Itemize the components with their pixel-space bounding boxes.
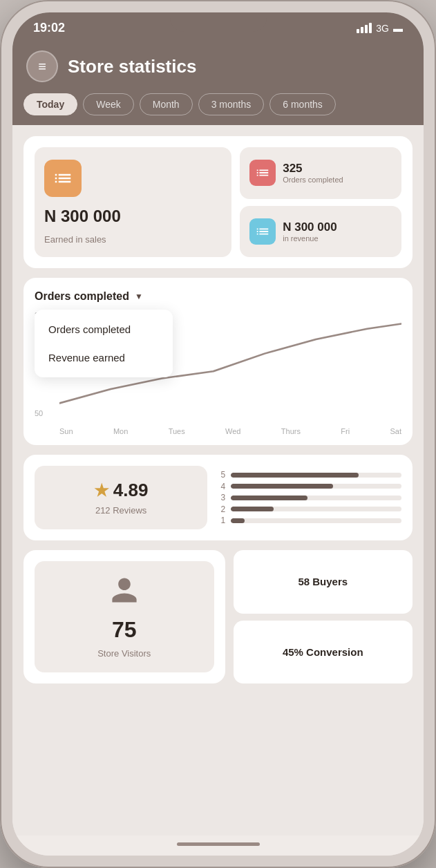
chart-title: Orders completed — [35, 290, 129, 303]
star-icon: ★ — [94, 481, 109, 500]
revenue-label: in revenue — [283, 234, 337, 243]
bar-fill-2 — [231, 507, 274, 511]
visitor-label: Store Visitors — [97, 648, 151, 659]
x-label-fri: Fri — [341, 427, 350, 435]
bar-row-5: 5 — [217, 470, 401, 480]
x-label-mon: Mon — [113, 427, 128, 435]
chart-x-labels: Sun Mon Tues Wed Thurs Fri Sat — [59, 427, 401, 435]
bar-row-3: 3 — [217, 493, 401, 502]
metrics-col: 58 Buyers 45% Conversion — [234, 550, 413, 683]
bar-label-3: 3 — [217, 493, 225, 502]
phone-frame: 19:02 3G ▬ ≡ Store statistics Today — [0, 0, 436, 868]
status-icons: 3G ▬ — [357, 23, 403, 34]
bar-label-1: 1 — [217, 516, 225, 525]
sales-icon-box — [44, 160, 82, 197]
network-label: 3G — [376, 23, 389, 34]
orders-icon — [255, 165, 270, 180]
x-label-wed: Wed — [225, 427, 240, 435]
earned-sales-stat: N 300 000 Earned in sales — [35, 147, 231, 257]
tab-bar: Today Week Month 3 months 6 months — [12, 93, 424, 125]
dropdown-item-revenue[interactable]: Revenue earned — [35, 343, 173, 372]
header: ≡ Store statistics — [12, 41, 424, 93]
signal-bars-icon — [357, 23, 372, 33]
star-rating: ★ 4.89 — [94, 480, 149, 501]
reviews-summary: ★ 4.89 212 Reviews — [35, 466, 207, 529]
orders-number: 325 — [283, 162, 343, 176]
battery-icon: ▬ — [393, 23, 403, 34]
scroll-area: N 300 000 Earned in sales 325 Orders — [12, 125, 424, 836]
orders-stat: 325 Orders completed — [240, 147, 401, 199]
tab-6months[interactable]: 6 months — [269, 93, 336, 115]
page-title: Store statistics — [68, 56, 196, 77]
reviews-bars: 5 4 3 — [217, 466, 401, 529]
chart-card: Orders completed ▼ Orders completed Reve… — [23, 278, 413, 445]
bar-track-2 — [231, 507, 401, 511]
reviews-card: ★ 4.89 212 Reviews 5 4 — [23, 455, 413, 540]
bar-fill-4 — [231, 484, 333, 489]
bar-track-3 — [231, 496, 401, 500]
bar-fill-5 — [231, 473, 359, 478]
earned-number: N 300 000 — [44, 207, 222, 226]
list-icon — [53, 168, 73, 189]
orders-label: Orders completed — [283, 176, 343, 184]
bar-track-1 — [231, 518, 401, 523]
x-label-thurs: Thurs — [281, 427, 301, 435]
x-label-sat: Sat — [390, 427, 401, 435]
earned-label: Earned in sales — [44, 234, 222, 245]
notch — [170, 12, 267, 32]
bar-label-4: 4 — [217, 482, 225, 491]
reviews-count: 212 Reviews — [95, 505, 146, 516]
x-label-tues: Tues — [169, 427, 185, 435]
revenue-icon — [255, 224, 270, 239]
bar-fill-3 — [231, 496, 307, 500]
menu-icon[interactable]: ≡ — [26, 50, 58, 82]
x-label-sun: Sun — [59, 427, 73, 435]
revenue-icon-box — [249, 218, 276, 245]
y-label-50: 50 — [35, 409, 47, 417]
bar-label-2: 2 — [217, 504, 225, 514]
visitors-inner: 75 Store Visitors — [35, 561, 214, 672]
small-stats-col: 325 Orders completed N 300 000 in rev — [240, 147, 401, 257]
status-time: 19:02 — [33, 21, 65, 35]
bar-row-1: 1 — [217, 516, 401, 525]
tab-week[interactable]: Week — [83, 93, 134, 115]
bottom-row: 75 Store Visitors 58 Buyers 45% Conversi… — [23, 550, 413, 683]
chart-dropdown-icon[interactable]: ▼ — [135, 292, 143, 301]
bar-track-5 — [231, 473, 401, 478]
tab-3months[interactable]: 3 months — [198, 93, 265, 115]
tab-month[interactable]: Month — [140, 93, 193, 115]
chart-dropdown-menu: Orders completed Revenue earned — [35, 310, 173, 377]
home-indicator — [12, 836, 424, 856]
conversion-metric: 45% Conversion — [234, 621, 413, 684]
revenue-info: N 300 000 in revenue — [283, 220, 337, 243]
bar-row-4: 4 — [217, 482, 401, 491]
visitor-icon — [109, 575, 140, 612]
orders-icon-box — [249, 160, 276, 186]
rating-value: 4.89 — [113, 480, 149, 501]
dropdown-item-orders[interactable]: Orders completed — [35, 315, 173, 343]
revenue-stat: N 300 000 in revenue — [240, 206, 401, 258]
visitors-card: 75 Store Visitors — [23, 550, 225, 683]
bar-fill-1 — [231, 518, 245, 523]
visitor-number: 75 — [112, 617, 137, 643]
bar-label-5: 5 — [217, 470, 225, 480]
orders-info: 325 Orders completed — [283, 162, 343, 184]
chart-header: Orders completed ▼ — [35, 290, 401, 303]
revenue-number: N 300 000 — [283, 220, 337, 234]
bar-row-2: 2 — [217, 504, 401, 514]
buyers-metric: 58 Buyers — [234, 550, 413, 614]
home-bar — [177, 842, 260, 846]
bar-track-4 — [231, 484, 401, 489]
phone-screen: 19:02 3G ▬ ≡ Store statistics Today — [12, 12, 424, 856]
stats-card: N 300 000 Earned in sales 325 Orders — [23, 136, 413, 268]
tab-today[interactable]: Today — [23, 93, 77, 115]
